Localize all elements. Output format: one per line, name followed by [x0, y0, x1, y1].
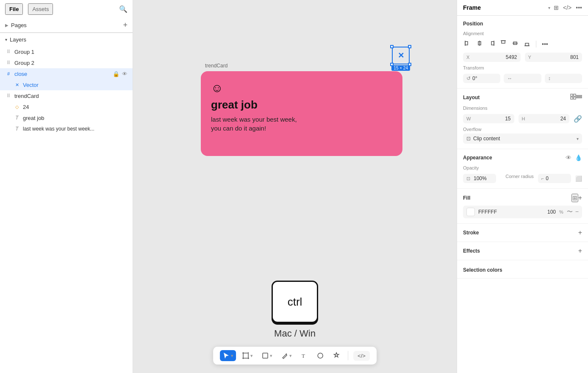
layer-item-24[interactable]: ◇ 24	[0, 101, 133, 112]
corner-radius-field[interactable]: ⌐ 0	[538, 174, 571, 183]
layer-item-close[interactable]: # close 🔒 👁	[0, 68, 133, 79]
greatjob-text-icon: T	[14, 114, 20, 121]
ctrl-section: ctrl Mac / Win	[272, 281, 318, 339]
align-top-button[interactable]	[499, 39, 508, 49]
appearance-icons: 👁 💧	[566, 154, 582, 161]
opacity-field[interactable]: ⊡ 100%	[463, 174, 496, 183]
overflow-select[interactable]: ⊡ Clip content ▾	[463, 134, 582, 144]
align-bottom-button[interactable]	[522, 39, 532, 49]
position-y-field[interactable]: Y 801	[525, 53, 582, 62]
left-top-bar: File Assets 🔍 ▶ Pages +	[0, 0, 133, 33]
fill-section: Fill ⊞ + FFFFFF 100 % 〜 −	[457, 189, 588, 224]
align-top-icon	[500, 40, 507, 47]
text-tool-button[interactable]: T	[298, 350, 311, 361]
toolbar-separator	[348, 351, 348, 360]
select-tool-button[interactable]: ▾	[220, 350, 236, 361]
selection-colors-title: Selection colors	[463, 267, 582, 273]
search-button[interactable]: 🔍	[119, 5, 128, 13]
overflow-value: Clip content	[473, 136, 574, 142]
effects-section: Effects +	[457, 242, 588, 260]
svg-text:T: T	[302, 353, 305, 359]
eye-icon[interactable]: 👁	[122, 71, 128, 77]
rotation-field[interactable]: ↺ 0°	[463, 74, 500, 83]
card-emoji: ☺	[211, 81, 392, 95]
resize-handle-br[interactable]	[408, 63, 411, 66]
rect-dropdown-arrow: ▾	[270, 353, 272, 359]
trend-card: ☺ great job last week was your best week…	[201, 71, 402, 156]
pages-arrow-icon: ▶	[5, 23, 8, 28]
frame-tool-button[interactable]: ▾	[239, 350, 255, 361]
flip-h-field[interactable]: ↔	[504, 74, 541, 83]
width-field[interactable]: W 15	[463, 114, 514, 123]
layer-item-lastweek[interactable]: T last week was your best week...	[0, 123, 133, 134]
layout-settings-button[interactable]	[576, 94, 582, 101]
fill-header: Fill ⊞ +	[463, 194, 582, 202]
svg-rect-15	[491, 42, 494, 45]
resize-handle-tl[interactable]	[390, 45, 394, 48]
selection-colors-header: Selection colors	[463, 267, 582, 273]
flip-v-icon: ↕	[548, 75, 551, 81]
layout-settings-icon	[576, 94, 582, 100]
rect-tool-button[interactable]: ▾	[259, 350, 275, 361]
effects-add-button[interactable]: +	[578, 247, 582, 255]
code-view-icon[interactable]: </>	[563, 4, 571, 11]
file-assets-row: File Assets 🔍	[0, 0, 133, 18]
bubble-tool-button[interactable]	[314, 350, 327, 361]
fill-color-swatch[interactable]	[466, 208, 475, 216]
flip-v-field[interactable]: ↕	[545, 74, 582, 83]
layer-item-vector[interactable]: ✕ Vector	[0, 79, 133, 90]
align-right-button[interactable]	[487, 39, 496, 49]
canvas[interactable]: trendCard ☺ great job last week was your…	[133, 0, 457, 373]
layer-item-group2[interactable]: ⠿ Group 2	[0, 57, 133, 68]
align-more-button[interactable]: •••	[541, 39, 549, 49]
visibility-icon[interactable]: 👁	[566, 154, 571, 161]
link-dimensions-icon[interactable]: 🔗	[574, 115, 582, 123]
frame-dropdown-icon[interactable]: ▾	[548, 6, 550, 10]
layer-item-greatjob[interactable]: T great job	[0, 112, 133, 123]
droplet-icon[interactable]: 💧	[575, 154, 582, 161]
position-x-value: 5492	[471, 54, 517, 60]
fill-options-button[interactable]: ⊞	[571, 194, 578, 202]
layer-item-trendcard[interactable]: ⠿ trendCard	[0, 90, 133, 101]
file-tab[interactable]: File	[5, 3, 23, 15]
height-field[interactable]: H 24	[519, 114, 570, 123]
mac-win-label: Mac / Win	[274, 328, 316, 339]
stroke-header: Stroke +	[463, 229, 582, 237]
trendcard-label: trendCard	[14, 93, 128, 99]
close-frame-box: ✕	[392, 47, 410, 64]
stroke-add-button[interactable]: +	[578, 229, 582, 237]
align-center-h-button[interactable]	[475, 39, 484, 49]
code-button[interactable]: </>	[353, 351, 370, 361]
more-options-icon[interactable]: •••	[576, 4, 582, 11]
close-layer-actions: 🔒 👁	[113, 71, 128, 77]
align-left-button[interactable]	[463, 39, 472, 49]
add-page-button[interactable]: +	[123, 21, 128, 30]
opacity-label-text: Opacity	[463, 165, 582, 170]
cursor-icon	[222, 352, 230, 359]
corner-icon: ⌐	[541, 176, 544, 181]
grid-view-icon[interactable]: ⊞	[554, 4, 559, 11]
position-x-field[interactable]: X 5492	[463, 53, 521, 62]
pen-tool-button[interactable]: ▾	[278, 350, 294, 361]
align-center-v-button[interactable]	[510, 39, 520, 49]
rect-icon	[261, 352, 269, 359]
resize-handle-bl[interactable]	[390, 63, 394, 66]
layout-header: Layout	[463, 94, 582, 101]
corner-expand-button[interactable]: ⬜	[575, 174, 582, 183]
resize-handle-tr[interactable]	[408, 45, 411, 48]
lock-icon[interactable]: 🔒	[113, 71, 119, 77]
assets-tab[interactable]: Assets	[28, 3, 53, 15]
fill-wave-icon[interactable]: 〜	[567, 208, 573, 216]
fill-add-button[interactable]: +	[578, 194, 582, 202]
star-tool-button[interactable]	[330, 350, 343, 361]
layers-header: ▾ Layers	[0, 33, 133, 46]
card-title: great job	[211, 98, 392, 111]
layout-add-button[interactable]	[570, 94, 576, 101]
card-subtitle: last week was your best week, you can do…	[211, 115, 392, 133]
pen-dropdown-arrow: ▾	[289, 353, 292, 359]
height-label: H	[522, 116, 525, 121]
close-component: ✕ 15 × 24	[391, 47, 410, 71]
select-dropdown-arrow: ▾	[231, 353, 233, 359]
layer-item-group1[interactable]: ⠿ Group 1	[0, 46, 133, 57]
fill-remove-icon[interactable]: −	[575, 208, 579, 216]
